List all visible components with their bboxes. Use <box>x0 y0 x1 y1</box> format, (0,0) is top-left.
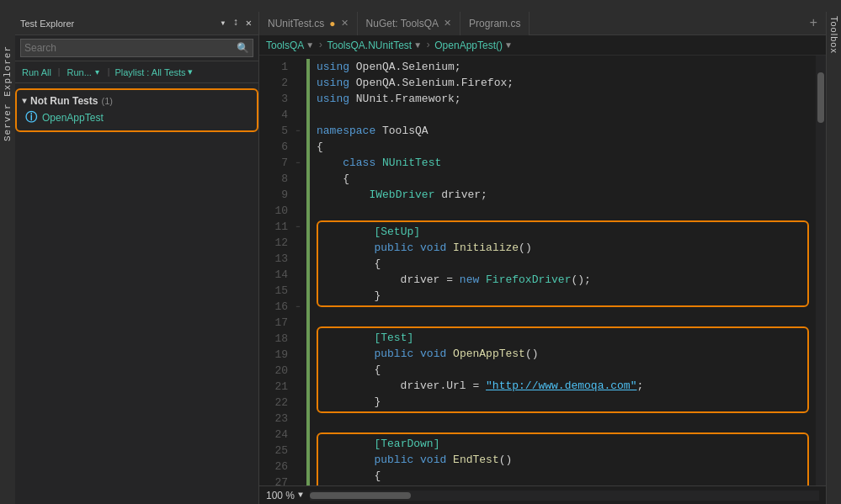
close-panel-icon[interactable]: ✕ <box>244 15 253 31</box>
panel-header: Test Explorer ▾ ↕ ✕ <box>15 12 258 35</box>
breadcrumb-method-arrow: ▼ <box>504 40 513 50</box>
breadcrumb-ns-arrow: ▼ <box>306 40 314 50</box>
playlist-button[interactable]: Playlist : All Tests ▾ <box>114 66 192 77</box>
code-line-22 <box>317 415 809 431</box>
code-line-18: public void OpenAppTest() <box>322 346 804 362</box>
horizontal-scroll-thumb[interactable] <box>310 492 411 499</box>
editor-area: NUnitTest.cs ● ✕ NuGet: ToolsQA ✕ Progra… <box>259 12 826 504</box>
server-explorer-label[interactable]: Server Explorer <box>3 45 13 141</box>
search-container: 🔍 <box>15 35 258 61</box>
code-line-13: { <box>322 256 804 272</box>
vertical-scrollbar[interactable] <box>816 56 826 485</box>
search-icon: 🔍 <box>237 42 249 55</box>
zoom-level-label: 100 % <box>266 490 295 501</box>
test-info-icon: ⓘ <box>25 110 37 125</box>
code-line-4 <box>317 107 809 123</box>
test-name: OpenAppTest <box>42 112 104 124</box>
tab-bar: NUnitTest.cs ● ✕ NuGet: ToolsQA ✕ Progra… <box>259 12 826 35</box>
panel-title: Test Explorer <box>20 19 74 29</box>
editor-bottom-bar: 100 % ▼ <box>259 485 826 504</box>
tab-close-icon[interactable]: ✕ <box>341 18 349 29</box>
code-line-1: using OpenQA.Selenium; <box>317 59 809 75</box>
breadcrumb-class-label: ToolsQA.NUnitTest <box>327 40 412 51</box>
test-explorer-panel: Test Explorer ▾ ↕ ✕ 🔍 Run All | Run... ▾… <box>15 12 259 504</box>
toolbar-separator: | <box>55 67 64 77</box>
tab-nuget-label: NuGet: ToolsQA <box>366 18 439 29</box>
code-line-25: { <box>322 468 804 484</box>
code-line-3: using NUnit.Framework; <box>317 91 809 107</box>
test-highlight-box: [Test] public void OpenAppTest() { drive… <box>317 326 809 413</box>
fold-initialize[interactable]: − <box>293 222 303 232</box>
scroll-tabs-icon[interactable]: + <box>804 16 822 31</box>
setup-highlight-box: [SetUp] public void Initialize() { drive… <box>317 220 809 307</box>
horizontal-scrollbar[interactable] <box>310 491 819 501</box>
tab-nuget-close-icon[interactable]: ✕ <box>444 18 451 29</box>
tab-modified-indicator: ● <box>329 18 335 29</box>
fold-openapptest[interactable]: − <box>293 302 303 312</box>
code-line-21: } <box>322 394 804 410</box>
server-explorer-tab[interactable]: Server Explorer <box>0 12 15 504</box>
tab-nuget[interactable]: NuGet: ToolsQA ✕ <box>358 12 460 35</box>
fold-class[interactable]: − <box>293 158 303 168</box>
title-bar <box>0 0 841 12</box>
search-box: 🔍 <box>20 39 253 57</box>
code-line-2: using OpenQA.Selenium.Firefox; <box>317 75 809 91</box>
toolbox-tab[interactable]: Toolbox <box>826 12 841 504</box>
fold-gutter: − − − − <box>293 56 306 485</box>
breadcrumb-namespace-label: ToolsQA <box>266 40 304 51</box>
teardown-highlight-box: [TearDown] public void EndTest() { drive… <box>317 432 809 485</box>
breadcrumb-sep2: › <box>425 40 431 51</box>
tab-nunitest[interactable]: NUnitTest.cs ● ✕ <box>259 12 358 35</box>
test-toolbar: Run All | Run... ▾ | Playlist : All Test… <box>15 61 258 83</box>
code-line-9: IWebDriver driver; <box>317 187 809 203</box>
run-button[interactable]: Run... <box>65 66 93 78</box>
scroll-thumb[interactable] <box>817 72 824 123</box>
breadcrumb-method[interactable]: OpenAppTest() ▼ <box>434 40 513 51</box>
code-line-24: public void EndTest() <box>322 452 804 468</box>
tab-nunitest-label: NUnitTest.cs <box>268 18 324 29</box>
code-line-5: namespace ToolsQA <box>317 123 809 139</box>
sort-icon[interactable]: ↕ <box>232 15 241 31</box>
code-line-10 <box>317 203 809 219</box>
line-gutter: 1234 5678 9101112 13141516 17181920 2122… <box>259 56 293 485</box>
toolbox-label[interactable]: Toolbox <box>829 16 839 54</box>
toolbar-separator2: | <box>104 67 114 77</box>
code-line-19: { <box>322 362 804 378</box>
breadcrumb-class[interactable]: ToolsQA.NUnitTest ▼ <box>327 40 422 51</box>
code-line-8: { <box>317 171 809 187</box>
code-line-7: class NUnitTest <box>317 155 809 171</box>
run-all-button[interactable]: Run All <box>20 66 53 78</box>
tab-program-label: Program.cs <box>469 18 520 29</box>
zoom-control: 100 % ▼ <box>266 490 303 501</box>
breadcrumb-class-arrow: ▼ <box>413 40 422 50</box>
breadcrumb-namespace[interactable]: ToolsQA ▼ <box>266 40 314 51</box>
test-item[interactable]: ⓘ OpenAppTest <box>19 109 255 127</box>
tab-program[interactable]: Program.cs <box>460 12 530 35</box>
group-expand-arrow: ▼ <box>22 97 27 106</box>
fold-namespace[interactable]: − <box>293 126 303 136</box>
tab-end-area: + <box>804 16 826 31</box>
breadcrumb-sep1: › <box>317 40 323 51</box>
playlist-arrow: ▾ <box>188 66 193 77</box>
run-dropdown-arrow[interactable]: ▾ <box>95 67 99 77</box>
code-editor[interactable]: using OpenQA.Selenium; using OpenQA.Sele… <box>310 56 816 485</box>
breadcrumb-bar: ToolsQA ▼ › ToolsQA.NUnitTest ▼ › OpenAp… <box>259 35 826 56</box>
breadcrumb-method-label: OpenAppTest() <box>434 40 503 51</box>
code-line-12: public void Initialize() <box>322 240 804 256</box>
group-label: Not Run Tests <box>30 95 98 107</box>
code-line-16 <box>317 309 809 325</box>
not-run-group-header[interactable]: ▼ Not Run Tests (1) <box>19 93 255 109</box>
test-list: ▼ Not Run Tests (1) ⓘ OpenAppTest <box>15 83 258 504</box>
code-line-23: [TearDown] <box>322 436 804 452</box>
code-container: 1234 5678 9101112 13141516 17181920 2122… <box>259 56 826 485</box>
code-line-11: [SetUp] <box>322 224 804 240</box>
zoom-dropdown-arrow[interactable]: ▼ <box>298 491 303 500</box>
group-count: (1) <box>101 96 112 106</box>
not-run-group-box: ▼ Not Run Tests (1) ⓘ OpenAppTest <box>15 88 258 132</box>
search-input[interactable] <box>24 42 237 54</box>
code-line-14: driver = new FirefoxDriver(); <box>322 272 804 288</box>
pin-icon[interactable]: ▾ <box>218 15 227 31</box>
code-line-20: driver.Url = "http://www.demoqa.com"; <box>322 378 804 394</box>
code-line-17: [Test] <box>322 330 804 346</box>
code-line-15: } <box>322 288 804 304</box>
